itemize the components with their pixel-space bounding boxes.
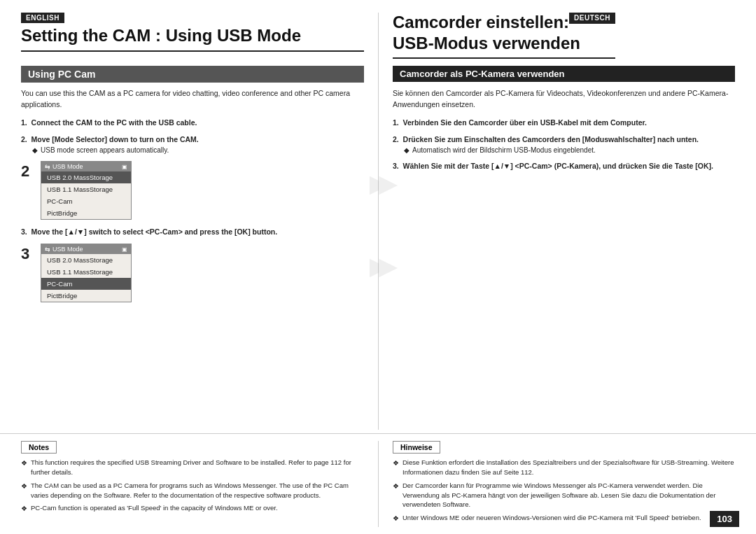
note-right-2: ❖ Unter Windows ME oder neueren Windows-… bbox=[393, 513, 735, 524]
note-diamond-icon-r1: ❖ bbox=[393, 482, 399, 491]
screen3-item-3: PictBridge bbox=[41, 290, 131, 302]
screen3-header: USB Mode bbox=[52, 246, 83, 253]
main-title-right: USB-Modus verwenden bbox=[393, 34, 615, 59]
right-header: Camcorder einstellen: DEUTSCH USB-Modus … bbox=[378, 13, 735, 59]
note-diamond-icon: ❖ bbox=[21, 458, 27, 468]
notes-label-right: Hinweise bbox=[393, 441, 440, 454]
screen2-item-2: PC-Cam bbox=[41, 195, 131, 207]
note-right-0: ❖ Diese Funktion erfordert die Installat… bbox=[393, 458, 735, 477]
section-titles: Using PC Cam Camcorder als PC-Kamera ver… bbox=[0, 59, 756, 88]
note-right-text-2: Unter Windows ME oder neueren Windows-Ve… bbox=[402, 513, 701, 523]
note-left-text-1: The CAM can be used as a PC Camera for p… bbox=[31, 481, 364, 500]
note-diamond-icon-r2: ❖ bbox=[393, 514, 399, 524]
step-number-3: 3 bbox=[21, 245, 36, 263]
step-3-left: 3. Move the [▲/▼] switch to select <PC-C… bbox=[21, 227, 364, 238]
step-2-left: 2. Move [Mode Selector] down to turn on … bbox=[21, 134, 364, 156]
section-title-left: Using PC Cam bbox=[21, 66, 364, 83]
page-number: 103 bbox=[710, 511, 739, 527]
note-right-1: ❖ Der Camcorder kann für Programme wie W… bbox=[393, 481, 735, 510]
note-left-text-0: This function requires the specified USB… bbox=[31, 458, 364, 477]
note-diamond-icon-r0: ❖ bbox=[393, 458, 399, 468]
usb-screen-2: ⇆USB Mode ▣ USB 2.0 MassStorage USB 1.1 … bbox=[41, 161, 132, 220]
page-number-area: 103 bbox=[710, 511, 739, 527]
note-left-text-2: PC-Cam function is operated as 'Full Spe… bbox=[31, 503, 278, 513]
notes-area: Notes ❖ This function requires the speci… bbox=[0, 433, 756, 534]
usb-screen-3: ⇆USB Mode ▣ USB 2.0 MassStorage USB 1.1 … bbox=[41, 244, 132, 302]
screen2-item-0: USB 2.0 MassStorage bbox=[41, 171, 131, 183]
left-col: You can use this the CAM as a PC camera … bbox=[21, 88, 378, 430]
step-number-2: 2 bbox=[21, 162, 36, 181]
notes-col-left: Notes ❖ This function requires the speci… bbox=[21, 441, 378, 527]
main-title-left: Setting the CAM : Using USB Mode bbox=[21, 26, 364, 52]
screen3-item-1: USB 1.1 MassStorage bbox=[41, 266, 131, 278]
page: ENGLISH Setting the CAM : Using USB Mode… bbox=[0, 0, 756, 534]
lang-badge-deutsch: DEUTSCH bbox=[569, 13, 615, 24]
step-3-right: 3. Wählen Sie mit der Taste [▲/▼] <PC-Ca… bbox=[393, 161, 735, 172]
step-2-right: 2. Drücken Sie zum Einschalten des Camco… bbox=[393, 134, 735, 156]
note-left-0: ❖ This function requires the specified U… bbox=[21, 458, 364, 477]
left-intro: You can use this the CAM as a PC camera … bbox=[21, 88, 364, 111]
note-left-2: ❖ PC-Cam function is operated as 'Full S… bbox=[21, 503, 364, 514]
header-area: ENGLISH Setting the CAM : Using USB Mode… bbox=[0, 0, 756, 59]
main-content: You can use this the CAM as a PC camera … bbox=[0, 88, 756, 430]
note-left-1: ❖ The CAM can be used as a PC Camera for… bbox=[21, 481, 364, 500]
notes-label-left: Notes bbox=[21, 441, 57, 454]
note-diamond-icon-2: ❖ bbox=[21, 504, 27, 514]
step-1-left: 1. Connect the CAM to the PC with the US… bbox=[21, 118, 364, 129]
note-right-text-0: Diese Funktion erfordert die Installatio… bbox=[402, 458, 735, 477]
screen2-item-3: PictBridge bbox=[41, 207, 131, 219]
right-col: Sie können den Camcorder als PC-Kamera f… bbox=[378, 88, 735, 430]
section-title-right: Camcorder als PC-Kamera verwenden bbox=[393, 66, 735, 82]
screen3-item-2: PC-Cam bbox=[41, 278, 131, 290]
title-right-line1: Camcorder einstellen: bbox=[393, 13, 569, 31]
notes-col-right: Hinweise ❖ Diese Funktion erfordert die … bbox=[378, 441, 735, 527]
svg-marker-3 bbox=[379, 259, 398, 278]
screen3-item-0: USB 2.0 MassStorage bbox=[41, 254, 131, 266]
lang-badge-english: ENGLISH bbox=[21, 13, 64, 23]
svg-marker-1 bbox=[379, 176, 398, 195]
step-1-right: 1. Verbinden Sie den Camcorder über ein … bbox=[393, 118, 735, 129]
screen2-item-1: USB 1.1 MassStorage bbox=[41, 183, 131, 195]
note-right-text-1: Der Camcorder kann für Programme wie Win… bbox=[402, 481, 735, 510]
note-diamond-icon-1: ❖ bbox=[21, 482, 27, 491]
screen2-header: USB Mode bbox=[52, 163, 83, 170]
arrow-right-2 bbox=[370, 171, 398, 199]
right-intro: Sie können den Camcorder als PC-Kamera f… bbox=[393, 88, 735, 111]
arrow-right-3 bbox=[370, 254, 398, 282]
left-header: ENGLISH Setting the CAM : Using USB Mode bbox=[21, 13, 378, 59]
